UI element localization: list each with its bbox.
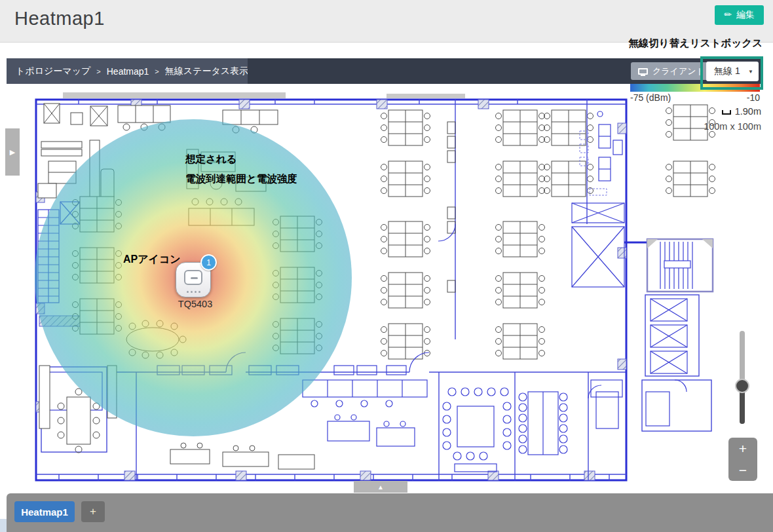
edit-button-label: 編集 — [736, 9, 755, 21]
legend-min-label: -75 (dBm) — [630, 92, 671, 103]
floorplan-svg — [20, 84, 756, 489]
pencil-icon: ✏ — [724, 10, 732, 19]
breadcrumb-item-heatmap[interactable]: Heatmap1 — [107, 66, 149, 77]
coverage-annotation-line1: 想定される — [185, 149, 297, 169]
breadcrumb-separator: > — [96, 67, 100, 75]
edit-button[interactable]: ✏ 編集 — [715, 5, 764, 25]
monitor-icon — [638, 68, 648, 75]
coverage-annotation-line2: 電波到達範囲と電波強度 — [185, 169, 297, 189]
ap-icon-face — [184, 270, 202, 285]
map-toolbar: トポロジーマップ > Heatmap1 > 無線ステータス表示 ▼ クライアント… — [7, 58, 762, 84]
legend-max-label: -10 — [747, 92, 760, 103]
client-button[interactable]: クライアント — [631, 62, 712, 80]
ap-icon-annotation: APアイコン — [123, 253, 181, 267]
wireless-select-value: 無線 1 — [714, 66, 740, 77]
breadcrumb: トポロジーマップ > Heatmap1 > 無線ステータス表示 ▼ — [7, 58, 248, 84]
ap-icon-ports — [176, 291, 210, 293]
breadcrumb-item-wireless-status[interactable]: 無線ステータス表示 — [165, 66, 248, 77]
tab-heatmap1[interactable]: Heatmap1 — [14, 501, 75, 522]
zoom-in-button[interactable]: + — [728, 438, 757, 459]
right-arrow-icon: ▶ — [10, 148, 15, 157]
sidebar-expand-handle[interactable]: ▶ — [5, 128, 20, 176]
wireless-select[interactable]: 無線 1 ▼ — [706, 62, 759, 81]
scale-ruler-label: 1.90m — [735, 106, 761, 117]
corner-decoration — [0, 519, 7, 532]
add-tab-button[interactable]: + — [81, 501, 105, 522]
client-button-label: クライアント — [652, 66, 705, 77]
ruler-icon — [722, 110, 731, 115]
zoom-slider-track-filled[interactable] — [740, 388, 745, 424]
map-tabs-bar: Heatmap1 + — [7, 493, 773, 532]
bottom-panel-handle[interactable]: ▲ — [354, 481, 407, 493]
coverage-annotation: 想定される 電波到達範囲と電波強度 — [185, 149, 297, 189]
ap-count-badge: 1 — [200, 254, 217, 271]
ap-icon-led — [191, 277, 198, 279]
zoom-slider-thumb[interactable] — [735, 379, 749, 393]
scale-ruler: 1.90m — [722, 106, 761, 117]
signal-gradient-bar — [630, 84, 760, 92]
breadcrumb-item-topology[interactable]: トポロジーマップ — [16, 66, 90, 77]
breadcrumb-separator: > — [155, 67, 159, 75]
page-title: Heatmap1 — [14, 8, 105, 29]
chevron-down-icon: ▼ — [748, 69, 753, 75]
map-size-label: 100m x 100m — [704, 121, 761, 132]
storage-area — [38, 104, 170, 209]
zoom-out-button[interactable]: − — [728, 459, 757, 481]
up-arrow-icon: ▲ — [377, 484, 384, 491]
zoom-panel: + − — [728, 438, 757, 481]
ap-name-label: TQ5403 — [162, 299, 228, 309]
wireless-listbox-annotation-label: 無線切り替えリストボックス — [628, 37, 763, 50]
